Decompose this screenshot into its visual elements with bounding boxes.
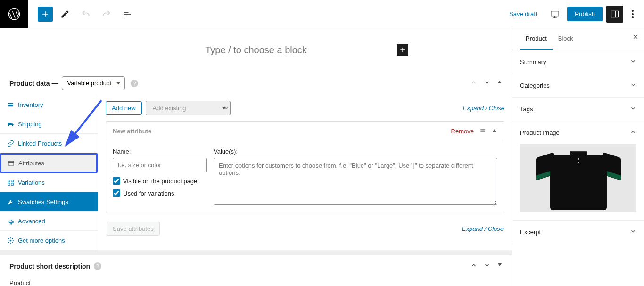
panel-down-button[interactable] bbox=[484, 262, 490, 270]
drag-handle[interactable] bbox=[479, 127, 486, 135]
editor-canvas: Type / to choose a block Product data — … bbox=[0, 28, 512, 286]
product-data-header: Product data — Variable product ? bbox=[0, 72, 512, 95]
product-short-description-panel: Product short description ? bbox=[0, 255, 512, 277]
preview-button[interactable] bbox=[546, 6, 563, 23]
collapse-attribute-button[interactable] bbox=[492, 128, 497, 135]
remove-attribute-link[interactable]: Remove bbox=[451, 128, 474, 135]
document-overview-button[interactable] bbox=[119, 6, 136, 23]
expand-collapse-link-bottom[interactable]: Expand / Close bbox=[462, 225, 504, 232]
product-data-title: Product data — bbox=[9, 80, 58, 87]
attribute-block: New attribute Remove Name: bbox=[106, 121, 504, 213]
attribute-block-title: New attribute bbox=[113, 128, 151, 135]
values-label: Value(s): bbox=[214, 148, 497, 155]
panel-toggle-button[interactable] bbox=[497, 262, 503, 270]
section-tags[interactable]: Tags bbox=[512, 98, 644, 121]
gear-icon bbox=[7, 237, 14, 244]
add-existing-select[interactable]: Add existing bbox=[146, 101, 231, 115]
save-draft-button[interactable]: Save draft bbox=[504, 7, 543, 21]
tab-inventory[interactable]: Inventory bbox=[0, 95, 98, 114]
tab-linked-products[interactable]: Linked Products bbox=[0, 134, 98, 153]
svg-rect-12 bbox=[11, 183, 13, 185]
svg-point-13 bbox=[9, 239, 11, 241]
grid-icon bbox=[7, 179, 14, 186]
visible-checkbox[interactable] bbox=[113, 177, 120, 185]
save-attributes-button[interactable]: Save attributes bbox=[107, 222, 160, 236]
chevron-down-icon bbox=[484, 79, 490, 86]
settings-toggle-button[interactable] bbox=[606, 6, 623, 23]
more-options-button[interactable] bbox=[627, 6, 638, 23]
truck-icon bbox=[7, 120, 14, 128]
product-image-thumbnail[interactable] bbox=[520, 144, 636, 212]
tab-variations[interactable]: Variations bbox=[0, 173, 98, 192]
inline-add-block-button[interactable] bbox=[397, 44, 408, 56]
tab-advanced[interactable]: Advanced bbox=[0, 212, 98, 231]
svg-rect-10 bbox=[11, 180, 13, 181]
section-summary[interactable]: Summary bbox=[512, 50, 644, 74]
add-new-attribute-button[interactable]: Add new bbox=[106, 101, 142, 115]
chevron-down-icon bbox=[630, 82, 636, 90]
svg-point-6 bbox=[8, 125, 9, 126]
triangle-down-icon bbox=[497, 262, 503, 268]
panel-up-button[interactable] bbox=[471, 262, 477, 270]
add-block-button[interactable] bbox=[38, 7, 53, 22]
wordpress-icon bbox=[8, 8, 21, 21]
sidebar-tabs: Product Block bbox=[512, 28, 644, 50]
product-data-panel: Product data — Variable product ? bbox=[0, 72, 512, 250]
plus-icon bbox=[399, 46, 406, 54]
pencil-icon bbox=[60, 9, 70, 19]
product-data-tabs: Inventory Shipping Linked Products bbox=[0, 95, 98, 250]
section-title: Excerpt bbox=[520, 229, 541, 236]
block-inserter-placeholder[interactable]: Type / to choose a block bbox=[0, 28, 512, 72]
chevron-down-icon bbox=[630, 105, 636, 113]
plus-icon bbox=[41, 9, 50, 19]
tab-block[interactable]: Block bbox=[553, 28, 579, 50]
wordpress-logo[interactable] bbox=[0, 0, 28, 28]
help-icon[interactable]: ? bbox=[131, 80, 138, 87]
close-sidebar-button[interactable] bbox=[632, 33, 639, 43]
tab-label: Inventory bbox=[18, 101, 43, 108]
top-bar: Save draft Publish bbox=[0, 0, 644, 28]
tab-get-more-options[interactable]: Get more options bbox=[0, 231, 98, 250]
shirt-image bbox=[536, 147, 621, 210]
panel-toggle-button[interactable] bbox=[497, 79, 503, 87]
chevron-down-icon bbox=[630, 228, 636, 236]
help-icon[interactable]: ? bbox=[94, 262, 101, 270]
section-product-image[interactable]: Product image bbox=[512, 121, 644, 221]
svg-rect-1 bbox=[551, 11, 559, 16]
undo-button[interactable] bbox=[77, 6, 94, 23]
tab-shipping[interactable]: Shipping bbox=[0, 114, 98, 134]
section-title: Categories bbox=[520, 82, 550, 89]
tab-attributes[interactable]: Attributes bbox=[0, 153, 98, 173]
section-categories[interactable]: Categories bbox=[512, 74, 644, 98]
product-type-select[interactable]: Variable product bbox=[62, 76, 125, 90]
link-icon bbox=[7, 139, 14, 147]
list-view-icon bbox=[123, 9, 132, 19]
svg-rect-9 bbox=[8, 180, 9, 181]
section-title: Product image bbox=[520, 129, 560, 136]
edit-mode-button[interactable] bbox=[57, 6, 74, 23]
section-excerpt[interactable]: Excerpt bbox=[512, 221, 644, 244]
svg-point-5 bbox=[632, 16, 634, 18]
panel-up-button[interactable] bbox=[471, 79, 477, 87]
tab-product[interactable]: Product bbox=[520, 28, 553, 50]
desktop-icon bbox=[550, 9, 560, 19]
chevron-down-icon bbox=[484, 262, 490, 269]
sidebar-icon bbox=[610, 9, 619, 19]
used-variations-checkbox[interactable] bbox=[113, 189, 120, 197]
panel-down-button[interactable] bbox=[484, 79, 490, 87]
attribute-values-textarea[interactable] bbox=[214, 158, 497, 205]
tab-swatches-settings[interactable]: Swatches Settings bbox=[0, 192, 98, 212]
chevron-up-icon bbox=[471, 262, 477, 269]
section-title: Summary bbox=[520, 58, 546, 65]
undo-icon bbox=[81, 9, 91, 19]
svg-point-3 bbox=[632, 10, 634, 12]
attributes-icon bbox=[7, 159, 15, 167]
short-description-title: Product short description bbox=[9, 262, 90, 270]
chevron-up-icon bbox=[471, 79, 477, 86]
redo-button[interactable] bbox=[98, 6, 115, 23]
publish-button[interactable]: Publish bbox=[567, 7, 603, 21]
expand-collapse-link[interactable]: Expand / Close bbox=[463, 105, 504, 112]
name-label: Name: bbox=[113, 148, 207, 155]
attribute-name-input[interactable] bbox=[113, 158, 207, 172]
chevron-down-icon bbox=[630, 58, 636, 66]
